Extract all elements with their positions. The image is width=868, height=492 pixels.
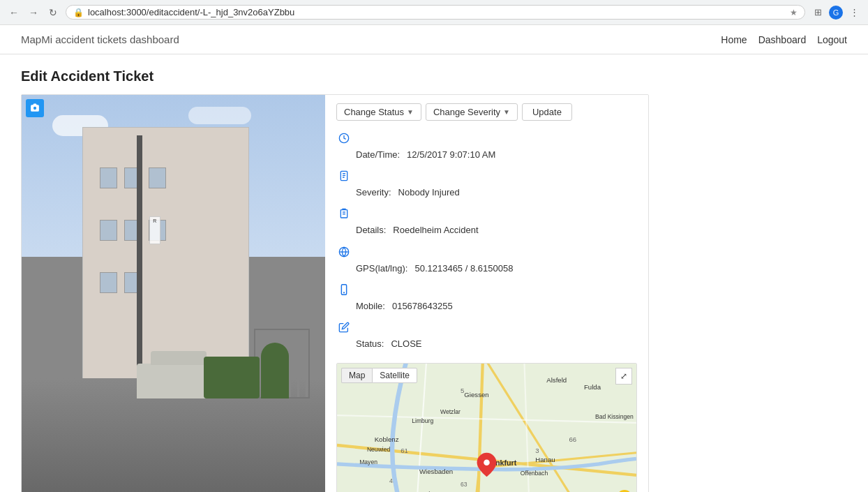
nav-home[interactable]: Home: [721, 34, 747, 45]
clock-icon: [336, 131, 352, 146]
window-row-1: [100, 167, 166, 188]
nav-dashboard[interactable]: Dashboard: [758, 34, 807, 45]
details-icon-row: [336, 206, 637, 221]
window: [100, 220, 117, 241]
datetime-value-row: Date/Time: 12/5/2017 9:07:10 AM: [356, 149, 637, 161]
status-label: Status:: [356, 338, 384, 350]
svg-text:Alsfeld: Alsfeld: [546, 376, 567, 384]
globe-icon: [336, 244, 352, 260]
datetime-value: 12/5/2017 9:07:10 AM: [407, 149, 495, 161]
page-title: Edit Accident Ticket: [21, 68, 847, 84]
status-dropdown-arrow: ▼: [407, 108, 414, 116]
gps-value: 50.1213465 / 8.6150058: [414, 262, 513, 275]
mobile-icon: [336, 282, 352, 297]
app-nav: MapMi accident tickets dashboard Home Da…: [0, 25, 868, 54]
extensions-icon[interactable]: ⊞: [811, 6, 825, 20]
gps-label: GPS(lat/lng):: [356, 262, 407, 275]
address-bar[interactable]: 🔒 localhost:3000/editaccident/-L-_hjd_3n…: [66, 5, 805, 20]
window: [149, 167, 166, 188]
browser-icons: ⊞ G ⋮: [811, 6, 861, 20]
svg-text:Wiesbaden: Wiesbaden: [419, 468, 453, 475]
gps-value-row: GPS(lat/lng): 50.1213465 / 8.6150058: [356, 262, 637, 275]
edit-icon-row: [336, 320, 637, 335]
svg-text:Wetzlar: Wetzlar: [440, 408, 461, 415]
svg-text:Limburg: Limburg: [412, 417, 433, 424]
svg-text:63: 63: [461, 481, 467, 488]
url-text: localhost:3000/editaccident/-L-_hjd_3nv2…: [88, 7, 786, 17]
map-container[interactable]: 5 61 66 48 3 67 5 45 63 Frankfurt Wiesba…: [336, 363, 637, 492]
svg-text:Giessen: Giessen: [464, 391, 488, 398]
tree: [261, 343, 289, 398]
document-icon: [336, 168, 352, 184]
nav-brand: MapMi accident tickets dashboard: [21, 33, 179, 45]
cloud-3: [188, 107, 251, 124]
svg-text:66: 66: [569, 435, 576, 443]
status-value-row: Status: CLOSE: [356, 338, 637, 350]
datetime-row: [336, 131, 637, 146]
mobile-label: Mobile:: [356, 300, 385, 313]
hedge: [204, 357, 260, 398]
window-row-3: [100, 272, 142, 293]
gps-icon-row: [336, 244, 637, 260]
window: [100, 272, 117, 293]
severity-label: Severity:: [356, 186, 391, 199]
datetime-label: Date/Time:: [356, 149, 400, 161]
svg-text:Neuwied: Neuwied: [367, 446, 391, 453]
details-label: Details:: [356, 224, 386, 237]
svg-text:Mayen: Mayen: [359, 459, 377, 465]
change-severity-label: Change Severity: [433, 107, 500, 117]
severity-value-row: Severity: Nobody Injured: [356, 186, 637, 199]
nav-logout[interactable]: Logout: [817, 34, 847, 45]
menu-icon[interactable]: ⋮: [847, 6, 861, 20]
change-status-button[interactable]: Change Status ▼: [336, 103, 421, 121]
controls-row: Change Status ▼ Change Severity ▼ Update: [336, 103, 637, 121]
change-severity-button[interactable]: Change Severity ▼: [426, 103, 518, 121]
details-value: Roedelheim Accident: [393, 224, 478, 237]
mobile-value-row: Mobile: 015678643255: [356, 300, 637, 313]
svg-text:Koblenz: Koblenz: [375, 435, 399, 443]
details-value-row: Details: Roedelheim Accident: [356, 224, 637, 237]
accident-photo: R: [22, 95, 325, 492]
sign: R: [149, 216, 160, 244]
camera-icon: [29, 103, 40, 114]
map-tab-map[interactable]: Map: [341, 368, 372, 383]
update-button[interactable]: Update: [522, 103, 572, 121]
main-content: Edit Accident Ticket: [0, 54, 868, 492]
mobile-icon-row: [336, 282, 637, 297]
forward-button[interactable]: →: [27, 6, 40, 20]
svg-text:61: 61: [401, 447, 408, 454]
severity-icon-row: [336, 168, 637, 184]
ticket-image-area: R: [22, 95, 325, 492]
change-status-label: Change Status: [344, 107, 404, 117]
nav-links: Home Dashboard Logout: [721, 34, 847, 45]
edit-icon: [336, 320, 352, 335]
window: [100, 167, 117, 188]
clipboard-icon: [336, 206, 352, 221]
camera-button[interactable]: [26, 99, 44, 117]
svg-text:Hanau: Hanau: [535, 456, 555, 463]
reload-button[interactable]: ↻: [46, 6, 60, 20]
profile-icon[interactable]: G: [829, 6, 843, 20]
car-roof: [151, 351, 207, 365]
svg-text:3: 3: [535, 447, 539, 454]
severity-value: Nobody Injured: [398, 186, 460, 199]
severity-dropdown-arrow: ▼: [503, 108, 510, 116]
map-toolbar: Map Satellite: [341, 368, 417, 383]
ticket-info-area: Change Status ▼ Change Severity ▼ Update: [325, 95, 648, 492]
svg-text:Fulda: Fulda: [584, 383, 601, 391]
mobile-value: 015678643255: [392, 300, 453, 313]
svg-text:Offenbach: Offenbach: [521, 470, 548, 477]
status-value: CLOSE: [391, 338, 421, 350]
map-fullscreen-button[interactable]: ⤢: [615, 368, 632, 385]
map-tab-satellite[interactable]: Satellite: [372, 368, 417, 383]
svg-text:Bad Kissingen: Bad Kissingen: [595, 414, 634, 421]
browser-chrome: ← → ↻ 🔒 localhost:3000/editaccident/-L-_…: [0, 0, 868, 25]
ticket-layout: R Change Status ▼ Change Severity ▼ Upda…: [21, 94, 649, 492]
back-button[interactable]: ←: [7, 6, 21, 20]
svg-point-56: [484, 460, 490, 466]
